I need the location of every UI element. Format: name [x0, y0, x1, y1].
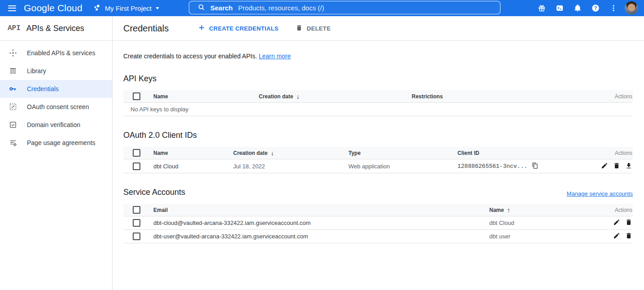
enabled-apis-icon [9, 49, 17, 57]
sidebar-item-library[interactable]: Library [0, 62, 112, 80]
select-all-checkbox[interactable] [133, 149, 140, 157]
sort-descending-icon: ↓ [271, 150, 274, 156]
client-type: Web application [348, 163, 457, 170]
main-panel: Credentials CREATE CREDENTIALS DELETE Cr… [113, 16, 644, 290]
sidebar-item-label: Page usage agreements [27, 139, 96, 146]
sort-descending-icon: ↓ [296, 93, 300, 100]
free-trial-gift-icon[interactable] [533, 0, 551, 16]
table-row: dbt Cloud Jul 18, 2022 Web application 1… [123, 159, 633, 173]
table-header: Email Name ↑ Actions [123, 204, 633, 216]
column-actions: Actions [592, 93, 633, 100]
select-all-checkbox[interactable] [133, 92, 140, 100]
column-client-id: Client ID [457, 150, 583, 156]
row-checkbox[interactable] [133, 163, 140, 170]
column-creation-date[interactable]: Creation date ↓ [259, 93, 412, 100]
hamburger-menu-icon[interactable] [0, 0, 24, 16]
table-header: Name Creation date ↓ Restrictions Action… [123, 90, 633, 103]
more-vert-icon[interactable] [605, 0, 622, 16]
help-icon[interactable]: ? [587, 0, 605, 16]
page-header: Credentials CREATE CREDENTIALS DELETE [113, 16, 644, 41]
search-input[interactable]: Search Products, resources, docs (/) [189, 1, 500, 14]
delete-icon[interactable] [613, 162, 620, 171]
select-all-checkbox[interactable] [133, 206, 140, 214]
table-row: dbt-user@vaulted-arcana-332422.iam.gserv… [123, 230, 633, 243]
service-accounts-title: Service Accounts [123, 188, 185, 197]
sidebar-item-page-usage-agreements[interactable]: Page usage agreements [0, 134, 112, 152]
top-app-bar: Google Cloud My First Project Search Pro… [0, 0, 644, 16]
row-checkbox[interactable] [133, 233, 140, 240]
sidebar-header: API APIs & Services [0, 16, 112, 41]
api-product-icon: API [8, 24, 21, 32]
column-type: Type [348, 150, 457, 156]
agreements-gear-icon [9, 139, 17, 147]
key-icon [9, 85, 17, 93]
service-account-email: dbt-cloud@vaulted-arcana-332422.iam.gser… [153, 220, 489, 226]
page-title: Credentials [123, 23, 169, 34]
service-accounts-table: Email Name ↑ Actions dbt-cloud@vaulted-a… [123, 204, 633, 243]
api-keys-title: API Keys [123, 74, 633, 83]
column-actions: Actions [583, 150, 633, 156]
api-keys-table: Name Creation date ↓ Restrictions Action… [123, 90, 633, 116]
search-placeholder: Products, resources, docs (/) [238, 4, 324, 12]
google-cloud-logo[interactable]: Google Cloud [24, 3, 83, 13]
oauth-consent-icon [9, 103, 17, 111]
sidebar-item-label: Credentials [27, 85, 59, 92]
edit-icon[interactable] [613, 219, 620, 227]
column-name: Name [153, 150, 233, 156]
checked-box-icon [9, 121, 17, 129]
edit-icon[interactable] [613, 232, 620, 241]
delete-button[interactable]: DELETE [293, 22, 333, 35]
table-row: dbt-cloud@vaulted-arcana-332422.iam.gser… [123, 216, 633, 230]
chevron-down-icon [156, 7, 159, 11]
oauth-clients-title: OAuth 2.0 Client IDs [123, 131, 633, 140]
intro-text: Create credentials to access your enable… [123, 53, 633, 60]
column-name: Name [153, 93, 259, 100]
search-label: Search [210, 4, 233, 12]
column-name[interactable]: Name ↑ [489, 207, 592, 213]
table-header: Name Creation date ↓ Type Client ID Acti… [123, 147, 633, 159]
plus-icon [198, 24, 205, 32]
column-creation-date[interactable]: Creation date ↓ [233, 150, 348, 156]
sidebar-item-label: Domain verification [27, 121, 80, 128]
sidebar-item-enabled-apis[interactable]: Enabled APIs & services [0, 44, 112, 62]
trash-icon [296, 24, 303, 33]
empty-state: No API keys to display [123, 103, 633, 116]
manage-service-accounts-link[interactable]: Manage service accounts [567, 190, 633, 197]
sidebar-item-label: Enabled APIs & services [27, 49, 96, 57]
service-account-name: dbt Cloud [489, 220, 592, 226]
service-account-name: dbt user [489, 233, 592, 240]
user-avatar[interactable] [625, 1, 638, 15]
notifications-bell-icon[interactable] [569, 0, 587, 16]
sort-ascending-icon: ↑ [507, 207, 510, 213]
copy-icon[interactable] [531, 162, 539, 171]
library-icon [9, 67, 17, 75]
learn-more-link[interactable]: Learn more [259, 53, 291, 60]
sidebar-item-label: OAuth consent screen [27, 103, 89, 110]
column-actions: Actions [592, 207, 633, 213]
client-id-value: 128886265561-3ncv... [457, 163, 527, 170]
client-creation-date: Jul 18, 2022 [233, 163, 348, 170]
service-account-email: dbt-user@vaulted-arcana-332422.iam.gserv… [153, 233, 489, 240]
row-checkbox[interactable] [133, 219, 140, 227]
svg-text:?: ? [594, 5, 597, 11]
client-name: dbt Cloud [153, 163, 233, 170]
oauth-clients-table: Name Creation date ↓ Type Client ID Acti… [123, 147, 633, 173]
column-email: Email [153, 207, 489, 213]
sidebar: API APIs & Services Enabled APIs & servi… [0, 16, 113, 290]
delete-icon[interactable] [625, 219, 632, 227]
column-restrictions: Restrictions [412, 93, 592, 100]
delete-icon[interactable] [625, 232, 632, 241]
cloud-shell-icon[interactable] [551, 0, 569, 16]
sidebar-item-domain-verification[interactable]: Domain verification [0, 116, 112, 134]
create-credentials-button[interactable]: CREATE CREDENTIALS [196, 22, 281, 34]
sidebar-item-oauth-consent[interactable]: OAuth consent screen [0, 98, 112, 116]
topbar-actions: ? [533, 0, 641, 16]
search-icon [198, 4, 205, 12]
edit-icon[interactable] [601, 162, 608, 171]
sidebar-title: APIs & Services [26, 24, 84, 33]
sidebar-item-credentials[interactable]: Credentials [0, 80, 112, 98]
download-icon[interactable] [625, 162, 632, 171]
project-name: My First Project [105, 4, 152, 12]
project-selector[interactable]: My First Project [93, 4, 159, 13]
sidebar-item-label: Library [27, 67, 46, 75]
